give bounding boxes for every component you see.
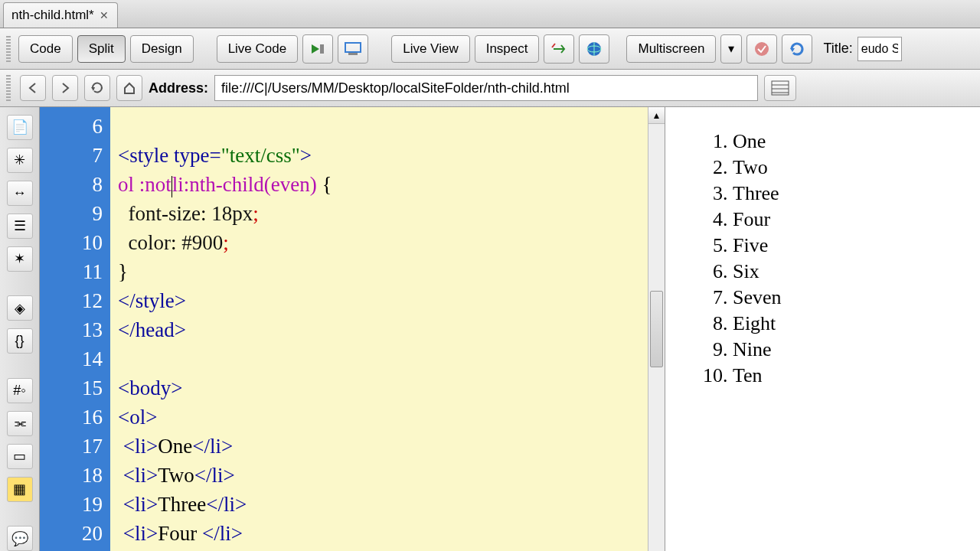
collapse-icon[interactable]: ↔ xyxy=(7,181,33,206)
tab-bar: nth-child.html* ✕ xyxy=(0,0,980,28)
snippet-icon[interactable]: ✶ xyxy=(7,246,33,272)
live-preview: One Two Three Four Five Six Seven Eight … xyxy=(665,107,980,551)
design-button[interactable]: Design xyxy=(130,35,194,63)
list-item: Nine xyxy=(733,337,959,363)
line-gutter: 6 7 8 9 10 11 12 13 14 15 16 17 18 19 20 xyxy=(40,107,110,551)
list-item: One xyxy=(733,129,959,155)
line-number: 12 xyxy=(40,286,103,315)
left-tool-strip: 📄 ✳ ↔ ☰ ✶ ◈ {} #◦ ⫘ ▭ ▦ 💬 xyxy=(0,107,40,551)
main-toolbar: Code Split Design Live Code Live View In… xyxy=(0,28,980,70)
nav-icon[interactable]: ◈ xyxy=(7,295,33,321)
scroll-up-icon[interactable]: ▲ xyxy=(648,107,665,124)
list-item: Six xyxy=(733,259,959,285)
scroll-thumb[interactable] xyxy=(650,291,663,367)
list-item: Three xyxy=(733,181,959,207)
panel-toggle-icon[interactable] xyxy=(764,75,796,101)
svg-point-6 xyxy=(755,42,769,56)
globe-icon[interactable] xyxy=(579,34,609,64)
tab-title: nth-child.html* xyxy=(11,8,94,23)
list-item: Seven xyxy=(733,285,959,311)
list-item: Ten xyxy=(733,363,959,389)
file-tab[interactable]: nth-child.html* ✕ xyxy=(3,2,118,28)
addr-grip xyxy=(6,75,11,101)
line-number: 6 xyxy=(40,112,103,141)
list-icon[interactable]: ☰ xyxy=(7,214,33,239)
line-number: 9 xyxy=(40,199,103,228)
list-item: Two xyxy=(733,155,959,181)
svg-rect-3 xyxy=(348,53,358,55)
browser-nav-icon[interactable] xyxy=(544,34,574,64)
back-icon[interactable] xyxy=(20,75,46,101)
window-icon[interactable]: ▭ xyxy=(7,444,33,469)
play-icon[interactable] xyxy=(302,34,333,64)
multiscreen-dropdown[interactable]: ▾ xyxy=(720,34,742,64)
multiscreen-button[interactable]: Multiscreen xyxy=(626,35,716,63)
svg-marker-7 xyxy=(790,48,795,52)
line-number: 16 xyxy=(40,403,103,432)
svg-rect-2 xyxy=(345,43,361,52)
title-input[interactable] xyxy=(858,37,902,61)
line-number: 17 xyxy=(40,432,103,461)
line-number: 7 xyxy=(40,141,103,170)
line-number: 14 xyxy=(40,344,103,373)
toolbar-grip xyxy=(6,36,11,62)
home-icon[interactable] xyxy=(116,75,142,101)
preview-list: One Two Three Four Five Six Seven Eight … xyxy=(687,129,959,389)
refresh-icon[interactable] xyxy=(782,34,812,64)
inspect-button[interactable]: Inspect xyxy=(475,35,540,63)
line-number: 18 xyxy=(40,461,103,490)
liveview-button[interactable]: Live View xyxy=(391,35,469,63)
screen-icon[interactable] xyxy=(338,34,368,64)
svg-rect-1 xyxy=(320,44,324,54)
hash-icon[interactable]: #◦ xyxy=(7,378,33,403)
chat-icon[interactable]: 💬 xyxy=(7,526,33,551)
address-bar: Address: xyxy=(0,70,980,107)
asterisk-icon[interactable]: ✳ xyxy=(7,148,33,173)
address-input[interactable] xyxy=(214,75,758,101)
list-item: Four xyxy=(733,207,959,233)
reload-icon[interactable] xyxy=(84,75,110,101)
close-icon[interactable]: ✕ xyxy=(99,10,109,21)
validate-icon[interactable] xyxy=(746,34,777,64)
address-label: Address: xyxy=(149,80,208,96)
line-number: 19 xyxy=(40,490,103,519)
code-scrollbar[interactable]: ▲ xyxy=(648,107,665,551)
list-item: Five xyxy=(733,233,959,259)
line-number: 8 xyxy=(40,170,103,199)
open-docs-icon[interactable]: 📄 xyxy=(7,115,33,140)
split-button[interactable]: Split xyxy=(77,35,126,63)
forward-icon[interactable] xyxy=(52,75,78,101)
line-number: 15 xyxy=(40,373,103,403)
braces-icon[interactable]: {} xyxy=(7,328,33,354)
highlight-icon[interactable]: ▦ xyxy=(7,477,33,502)
svg-marker-0 xyxy=(312,44,319,54)
code-editor[interactable]: <style type="text/css"> ol :notli:nth-ch… xyxy=(110,107,648,551)
link-icon[interactable]: ⫘ xyxy=(7,411,33,436)
title-label: Title: xyxy=(823,41,852,57)
line-number: 10 xyxy=(40,228,103,257)
list-item: Eight xyxy=(733,311,959,337)
line-number: 11 xyxy=(40,257,103,286)
code-button[interactable]: Code xyxy=(18,35,73,63)
main-area: 📄 ✳ ↔ ☰ ✶ ◈ {} #◦ ⫘ ▭ ▦ 💬 6 7 8 9 10 11 … xyxy=(0,107,980,551)
line-number: 20 xyxy=(40,519,103,548)
line-number: 13 xyxy=(40,315,103,344)
svg-marker-8 xyxy=(91,87,95,91)
livecode-button[interactable]: Live Code xyxy=(217,35,299,63)
